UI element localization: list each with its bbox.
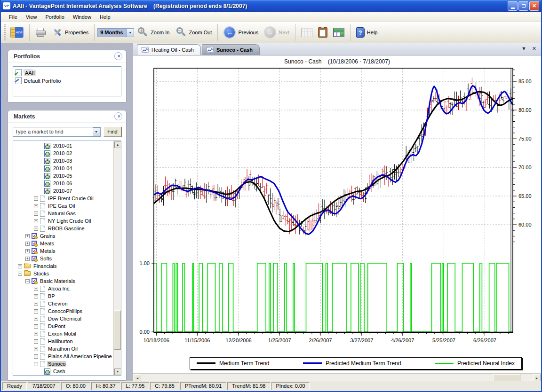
scroll-up-icon[interactable]: ▲ [114, 141, 121, 148]
tree-expander[interactable]: + [34, 339, 38, 344]
tree-item[interactable]: +✓Meats [13, 240, 113, 247]
tree-item[interactable]: +Natural Gas [13, 210, 113, 217]
period-value[interactable]: 9 Months [97, 28, 127, 37]
table-view-button[interactable] [330, 26, 347, 39]
collapse-markets-button[interactable]: » [114, 112, 122, 120]
hide-panel-button[interactable]: HIDE [8, 25, 26, 39]
tree-expander[interactable]: − [25, 279, 30, 283]
tree-item[interactable]: −Stocks [13, 270, 113, 277]
tree-item[interactable]: Cash [13, 368, 113, 375]
tree-expander[interactable]: + [25, 242, 30, 246]
tree-item[interactable]: 2010-05 [13, 172, 113, 180]
group-icon: ✓ [32, 241, 37, 246]
properties-button[interactable]: Properties [49, 26, 91, 39]
tree-expander[interactable]: + [25, 234, 30, 238]
tree-expander[interactable]: + [25, 257, 30, 261]
menu-item-help[interactable]: Help [96, 13, 115, 21]
tree-item[interactable]: +IPE Brent Crude Oil [13, 195, 113, 202]
next-button[interactable]: → Next [261, 25, 292, 40]
portfolio-list[interactable]: ✔ AAII Default Portfolio [13, 66, 121, 96]
minimize-button[interactable] [508, 1, 518, 11]
tree-item[interactable]: −Sunoco [13, 360, 113, 368]
tree-item[interactable]: +RBOB Gasoline [13, 225, 113, 232]
tree-item[interactable]: +Plains All American Pipeline [13, 353, 113, 360]
tree-item[interactable]: 2010-02 [13, 149, 113, 157]
markets-tree[interactable]: 2010-012010-022010-032010-042010-052010-… [13, 141, 113, 375]
tree-expander[interactable]: + [34, 227, 38, 231]
help-icon: ? [356, 27, 365, 38]
tree-item[interactable]: +Financials [13, 262, 113, 270]
price-chart[interactable]: 60.0065.0070.0075.0080.0085.001.000.0010… [133, 55, 541, 356]
tree-expander[interactable]: + [34, 347, 38, 351]
tree-item[interactable]: +✓Softs [13, 255, 113, 262]
scroll-down-icon[interactable]: ▼ [114, 368, 121, 375]
tree-item[interactable]: +Chevron [13, 300, 113, 307]
tree-scrollbar[interactable]: ▲ ▼ [113, 141, 121, 375]
close-button[interactable]: ✕ [529, 1, 539, 11]
portfolio-item-aaii[interactable]: ✔ AAII [14, 69, 120, 77]
tree-expander[interactable]: + [34, 302, 38, 306]
market-search-value[interactable]: Type a market to find [13, 129, 93, 134]
menu-item-file[interactable]: File [5, 13, 22, 21]
previous-button[interactable]: ← Previous [221, 25, 261, 40]
tree-scroll-thumb[interactable] [114, 310, 121, 350]
toolbar-grip[interactable] [4, 24, 6, 40]
report-button[interactable] [315, 26, 330, 39]
market-search-combo[interactable]: Type a market to find ▼ [13, 127, 101, 137]
tree-item[interactable]: +ConocoPhillips [13, 307, 113, 315]
zoom-out-button[interactable]: − Zoom Out [173, 26, 215, 39]
collapse-portfolios-button[interactable]: » [114, 52, 122, 60]
tree-item[interactable]: +BP [13, 292, 113, 300]
tree-item[interactable]: +Dow Chemical [13, 315, 113, 322]
tree-item[interactable]: 2010-06 [13, 180, 113, 187]
tree-expander[interactable]: + [34, 212, 38, 216]
tree-item[interactable]: 2010-01 [13, 142, 113, 149]
tree-item[interactable]: +Exxon Mobil [13, 330, 113, 337]
tree-item[interactable]: 2010-04 [13, 165, 113, 172]
tree-expander[interactable]: + [34, 324, 38, 329]
tab-list-dropdown-icon[interactable]: ▼ [521, 46, 526, 51]
tree-item[interactable]: +NY Light Crude Oil [13, 217, 113, 225]
tab-sunoco-cash[interactable]: Sunoco - Cash [202, 44, 260, 55]
tree-item-label: NY Light Crude Oil [47, 218, 92, 224]
restore-button[interactable] [518, 1, 528, 11]
title-bar[interactable]: VP AAII - VantagePoint Intermarket Analy… [1, 0, 541, 12]
tree-expander[interactable]: + [34, 204, 38, 208]
tree-expander[interactable]: + [34, 219, 38, 223]
tree-expander[interactable]: + [34, 196, 38, 201]
tree-expander[interactable]: + [34, 287, 38, 291]
tab-heating-oil-cash[interactable]: Heating Oil - Cash [137, 44, 201, 55]
help-button[interactable]: ? Help [353, 26, 381, 39]
period-combo[interactable]: 9 Months ▼ [97, 28, 134, 37]
chart-view-button[interactable] [298, 26, 315, 39]
tree-expander[interactable]: + [18, 264, 22, 268]
tree-item[interactable]: +Alcoa Inc. [13, 285, 113, 292]
tree-item[interactable]: +IPE Gas Oil [13, 202, 113, 210]
tree-expander[interactable]: + [34, 332, 38, 336]
tree-item[interactable]: +Marathon Oil [13, 345, 113, 353]
tree-expander[interactable]: + [34, 354, 38, 359]
menu-item-view[interactable]: View [22, 13, 41, 21]
tree-item[interactable]: +✓Grains [13, 232, 113, 240]
tree-item[interactable]: −✓Basic Materials [13, 277, 113, 285]
tree-item[interactable]: 2010-07 [13, 187, 113, 195]
period-dropdown-arrow-icon[interactable]: ▼ [127, 28, 134, 37]
portfolio-item-default[interactable]: Default Portfolio [14, 77, 120, 85]
tree-expander[interactable]: + [34, 317, 38, 321]
menu-item-window[interactable]: Window [69, 13, 96, 21]
tree-expander[interactable]: + [34, 309, 38, 314]
tree-expander[interactable]: + [34, 294, 38, 298]
print-button[interactable] [32, 26, 49, 39]
menu-item-portfolio[interactable]: Portfolio [41, 13, 68, 21]
close-tab-icon[interactable]: ✕ [532, 46, 536, 51]
tree-expander[interactable]: − [18, 272, 22, 276]
tree-expander[interactable]: − [34, 362, 38, 366]
tree-item[interactable]: 2010-03 [13, 157, 113, 165]
tree-item[interactable]: +Halliburton [13, 337, 113, 345]
zoom-in-button[interactable]: + Zoom In [134, 26, 172, 39]
tree-expander[interactable]: + [25, 249, 30, 253]
find-button[interactable]: Find [104, 126, 121, 137]
tree-item[interactable]: +DuPont [13, 322, 113, 330]
tree-item[interactable]: +✓Metals [13, 247, 113, 255]
search-dropdown-arrow-icon[interactable]: ▼ [93, 127, 100, 136]
